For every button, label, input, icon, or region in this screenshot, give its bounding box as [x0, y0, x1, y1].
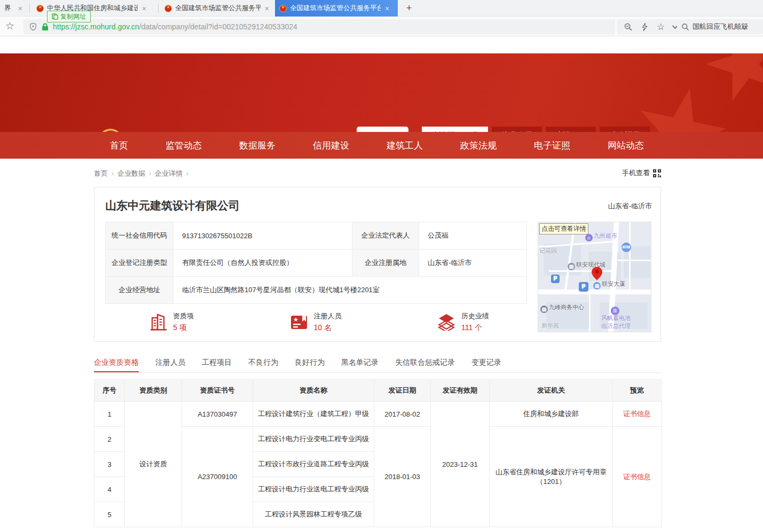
- zoom-out-icon[interactable]: [624, 22, 633, 32]
- nav-item-policy[interactable]: 政策法规: [460, 139, 497, 152]
- tab-registered-personnel[interactable]: 注册人员: [155, 355, 185, 372]
- detail-tabs: 企业资质资格 注册人员 工程项目 不良行为 良好行为 黑名单记录 失信联合惩戒记…: [94, 355, 661, 373]
- tab-qualifications[interactable]: 企业资质资格: [94, 355, 139, 372]
- breadcrumb-company-detail[interactable]: 企业详情: [155, 169, 183, 178]
- col-header: 资质证书号: [182, 380, 253, 402]
- tab-title: 全国建筑市场监管公共服务平台: [290, 4, 381, 13]
- header-search: 建设工程企业 从业人员 建设项目 诚信记录 搜索: [422, 127, 661, 132]
- qual-name: 工程设计建筑行业（建筑工程）甲级: [253, 402, 374, 427]
- nav-item-workers[interactable]: 建筑工人: [387, 139, 423, 152]
- nav-item-data-service[interactable]: 数据服务: [239, 139, 276, 152]
- row-number: 2: [95, 427, 125, 452]
- building-poi-icon: ▤: [568, 263, 575, 270]
- close-icon[interactable]: ×: [18, 5, 22, 12]
- favorite-star-icon[interactable]: ☆: [657, 22, 665, 32]
- site-header: ★ 中华人民共和国住房和城乡建设部 www.mohurd.gov.cn 全国建筑…: [0, 53, 763, 132]
- lock-icon: [42, 23, 49, 31]
- search-tab-personnel[interactable]: 从业人员: [492, 127, 542, 132]
- issue-date: 2018-01-03: [374, 427, 431, 527]
- chevron-right-icon: ›: [186, 170, 188, 177]
- tooltip-label: 复制网址: [60, 12, 86, 21]
- tab-projects[interactable]: 工程项目: [202, 355, 232, 372]
- location-map[interactable]: 点击可查看详情 ⌂九州超市 ATM 记花园 ▤联安现代城 ▤联安大厦 P P ▤…: [538, 222, 651, 332]
- breadcrumb-company-data[interactable]: 企业数据: [117, 169, 145, 178]
- map-tooltip: 点击可查看详情: [539, 223, 588, 234]
- map-road: [618, 260, 651, 261]
- stat-value: 5 项: [173, 323, 194, 333]
- atm-icon: ATM: [622, 242, 631, 252]
- copy-icon: [52, 13, 58, 20]
- cert-info-link[interactable]: 证书信息: [623, 473, 651, 481]
- copy-url-tooltip: 复制网址: [47, 11, 91, 22]
- tab-good-behavior[interactable]: 良好行为: [295, 355, 325, 372]
- site-favicon-icon: [279, 5, 287, 12]
- site-favicon-icon: [36, 5, 44, 12]
- nav-item-supervision[interactable]: 监管动态: [166, 139, 202, 152]
- mobile-view-button[interactable]: 手机查看: [622, 168, 661, 178]
- wechat-qr-card: S: [357, 127, 408, 132]
- business-address-value: 临沂市兰山区陶然路107号星河晶都（联安）现代城1号楼2201室: [174, 277, 527, 304]
- shield-icon[interactable]: [29, 22, 37, 31]
- qual-name: 工程设计电力行业送电工程专业丙级: [253, 477, 374, 502]
- tab-change-records[interactable]: 变更记录: [471, 355, 501, 372]
- issuing-authority: 住房和城乡建设部: [490, 402, 613, 427]
- stat-registered-personnel[interactable]: ★ 注册人员 10 名: [290, 311, 342, 333]
- mobile-view-label: 手机查看: [622, 168, 650, 178]
- quick-search-text: 国航回应飞机颠簸: [693, 22, 748, 32]
- close-icon[interactable]: ×: [142, 5, 146, 12]
- company-card: 山东中元建筑设计有限公司 山东省-临沂市 统一社会信用代码 9137130267…: [94, 187, 661, 342]
- search-tab-project[interactable]: 建设项目: [546, 127, 596, 132]
- qr-mini-icon: [653, 169, 661, 177]
- table-row: 企业登记注册类型 有限责任公司（自然人投资或控股） 企业注册属地 山东省-临沂市: [106, 249, 527, 277]
- browser-tab-active[interactable]: 全国建筑市场监管公共服务平台 ×: [275, 0, 398, 17]
- nav-item-site-news[interactable]: 网站动态: [608, 139, 644, 152]
- browser-toolbar: ☆ https://jzsc.mohurd.gov.cn/data/compan…: [0, 17, 763, 36]
- search-category-tabs: 建设工程企业 从业人员 建设项目 诚信记录: [422, 127, 661, 132]
- nav-item-credit[interactable]: 信用建设: [313, 139, 349, 152]
- company-info-table: 统一社会信用代码 91371302675501022B 企业法定代表人 公茂福 …: [105, 222, 527, 304]
- browser-tab-bar: 界 × 中华人民共和国住房和城乡建设 × 全国建筑市场监管公共服务平台 × 全国…: [0, 0, 763, 17]
- breadcrumb-home[interactable]: 首页: [94, 169, 108, 178]
- url-bar[interactable]: https://jzsc.mohurd.gov.cn/data/company/…: [23, 19, 615, 34]
- tab-bad-behavior[interactable]: 不良行为: [248, 355, 278, 372]
- cert-number: A137030497: [182, 402, 253, 427]
- tab-blacklist[interactable]: 黑名单记录: [341, 355, 379, 372]
- flash-icon[interactable]: [640, 22, 649, 32]
- search-tab-credit[interactable]: 诚信记录: [600, 127, 650, 132]
- field-label: 统一社会信用代码: [106, 222, 174, 249]
- close-icon[interactable]: ×: [385, 5, 389, 12]
- table-row: 企业经营地址 临沂市兰山区陶然路107号星河晶都（联安）现代城1号楼2201室: [106, 277, 527, 304]
- breadcrumb: 首页 › 企业数据 › 企业详情 › 手机查看: [94, 168, 661, 179]
- stat-qualifications[interactable]: 资质项 5 项: [151, 311, 194, 333]
- credit-code-value: 91371302675501022B: [174, 222, 352, 249]
- browser-tab-2[interactable]: 全国建筑市场监管公共服务平台 ×: [160, 0, 273, 17]
- browser-tab-partial[interactable]: 界 ×: [0, 0, 27, 17]
- table-row: 1 设计资质 A137030497 工程设计建筑行业（建筑工程）甲级 2017-…: [95, 402, 662, 427]
- field-label: 企业法定代表人: [352, 222, 419, 249]
- quick-search-box[interactable]: 国航回应飞机颠簸: [677, 19, 763, 34]
- building-icon: [151, 314, 167, 331]
- registration-type-value: 有限责任公司（自然人投资或控股）: [174, 249, 352, 277]
- company-name: 山东中元建筑设计有限公司: [105, 198, 240, 213]
- issue-date: 2017-08-02: [374, 402, 431, 427]
- nav-item-home[interactable]: 首页: [110, 139, 128, 152]
- nav-item-e-cert[interactable]: 电子证照: [534, 139, 570, 152]
- cert-info-link[interactable]: 证书信息: [623, 410, 651, 418]
- close-icon[interactable]: ×: [265, 5, 269, 12]
- stat-label: 历史业绩: [461, 311, 489, 321]
- stat-history-performance[interactable]: 历史业绩 111 个: [438, 311, 489, 333]
- qual-name: 工程设计市政行业道路工程专业丙级: [253, 452, 374, 477]
- col-header: 资质类别: [125, 380, 182, 402]
- validity-date: 2023-12-31: [431, 402, 490, 527]
- map-poi-battery: 风帆蓄电池临沂总代理: [601, 314, 631, 330]
- map-poi-tower: ▤联安大厦: [593, 280, 625, 290]
- col-header: 序号: [95, 380, 125, 402]
- new-tab-button[interactable]: +: [402, 1, 416, 15]
- issuing-authority: 山东省住房和城乡建设厅许可专用章（1201）: [490, 427, 613, 527]
- cert-preview-cell: 证书信息: [613, 427, 662, 527]
- search-tab-enterprise[interactable]: 建设工程企业: [422, 127, 488, 132]
- map-road: [629, 222, 631, 290]
- bookmark-star-icon[interactable]: ☆: [5, 20, 14, 32]
- tab-dishonesty-records[interactable]: 失信联合惩戒记录: [395, 355, 455, 372]
- chevron-right-icon: ›: [149, 170, 151, 177]
